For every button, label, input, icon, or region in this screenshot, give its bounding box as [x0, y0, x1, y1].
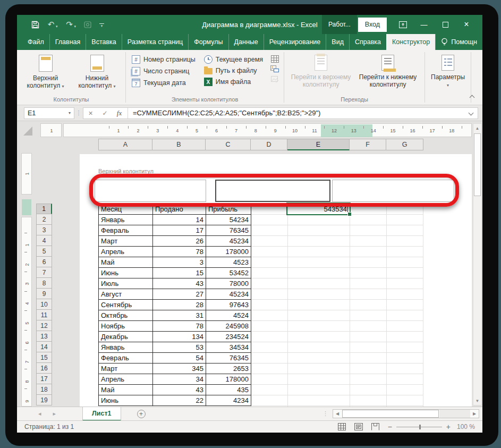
ribbon-display-options-button[interactable] — [392, 15, 413, 34]
vertical-scrollbar[interactable]: ▲ ▼ — [473, 123, 482, 405]
close-button[interactable]: × — [456, 15, 477, 34]
table-cell[interactable]: 4524 — [206, 310, 251, 321]
table-cell[interactable]: Апрель — [99, 374, 153, 385]
customize-qat-button[interactable]: ▾ — [99, 22, 104, 27]
save-icon[interactable] — [31, 20, 39, 29]
scroll-right-icon[interactable]: ▶ — [470, 410, 479, 418]
table-cell[interactable]: 234524 — [206, 332, 251, 342]
ribbon-tab-item[interactable]: Вставка — [86, 34, 121, 50]
table-cell[interactable]: Январь — [99, 215, 153, 225]
table-header-cell[interactable]: Прибыль — [206, 204, 251, 215]
table-cell[interactable]: 14 — [153, 215, 206, 225]
table-cell[interactable]: 245908 — [206, 321, 251, 332]
options-button[interactable]: Параметры▾ — [429, 53, 466, 89]
column-header-D[interactable]: D — [251, 139, 287, 150]
row-header-11[interactable]: 11 — [36, 310, 52, 320]
sign-in-button[interactable]: Вход — [358, 18, 387, 32]
table-cell[interactable]: 34 — [153, 374, 206, 385]
table-cell[interactable]: 53452 — [206, 268, 251, 278]
table-cell[interactable]: 34534 — [206, 342, 251, 353]
active-cell-E1[interactable]: 543534 — [286, 202, 351, 215]
table-cell[interactable]: Январь — [99, 342, 153, 353]
add-sheet-button[interactable]: + — [137, 410, 146, 418]
formula-input[interactable]: =СУММЕСЛИМН(C2:C25;A2:A25;"Сентябрь";B2:… — [129, 109, 467, 117]
ribbon-button-element[interactable]: Число страниц — [130, 66, 197, 76]
table-cell[interactable]: Июнь — [99, 395, 153, 406]
row-header-16[interactable]: 16 — [36, 363, 52, 374]
table-cell[interactable]: Июнь — [99, 268, 153, 278]
row-header-14[interactable]: 14 — [36, 342, 52, 352]
touch-mode-icon[interactable] — [83, 20, 92, 29]
table-cell[interactable]: 3 — [153, 257, 206, 268]
column-header-E[interactable]: E — [287, 139, 350, 150]
table-cell[interactable]: 435 — [206, 385, 251, 395]
ribbon-button-element[interactable]: Текущая дата — [130, 78, 197, 88]
table-cell[interactable]: 78 — [153, 321, 206, 332]
table-header-cell[interactable]: Продано — [153, 204, 206, 215]
table-cell[interactable]: Октябрь — [99, 310, 153, 321]
ribbon-tab-item[interactable]: Разметка страниц — [122, 34, 188, 50]
sheet-tab-active[interactable]: Лист1 — [82, 407, 121, 421]
row-header-18[interactable]: 18 — [36, 384, 52, 395]
table-cell[interactable]: 53 — [153, 342, 206, 353]
page-break-view-icon[interactable] — [371, 423, 379, 430]
ribbon-tab-item[interactable]: Рецензирование — [264, 34, 326, 50]
table-cell[interactable]: Февраль — [99, 225, 153, 236]
table-cell[interactable]: 134 — [153, 332, 206, 342]
table-cell[interactable]: 4523 — [206, 257, 251, 268]
row-header-3[interactable]: 3 — [36, 225, 52, 235]
table-cell[interactable]: 2653 — [206, 364, 251, 374]
expand-formula-bar-icon[interactable] — [467, 107, 478, 119]
vertical-scroll-thumb[interactable] — [474, 133, 481, 196]
enter-formula-icon[interactable]: ✓ — [98, 109, 112, 117]
table-cell[interactable]: Август — [99, 289, 153, 300]
table-cell[interactable]: Июль — [99, 278, 153, 289]
table-cell[interactable]: 28 — [153, 300, 206, 310]
table-cell[interactable]: Март — [99, 364, 153, 374]
table-cell[interactable]: 76345 — [206, 353, 251, 364]
ribbon-tab-item[interactable]: Файл — [22, 34, 49, 50]
ribbon-button-element[interactable]: Путь к файлу — [202, 66, 265, 75]
table-cell[interactable]: 4234 — [206, 395, 251, 406]
row-header-9[interactable]: 9 — [36, 289, 52, 299]
row-header-5[interactable]: 5 — [36, 246, 52, 257]
zoom-in-icon[interactable]: + — [446, 423, 451, 430]
table-cell[interactable]: 45234 — [206, 289, 251, 300]
row-header-15[interactable]: 15 — [36, 352, 52, 363]
ribbon-tab-item[interactable]: Вид — [326, 34, 349, 50]
row-header-2[interactable]: 2 — [36, 214, 52, 225]
table-cell[interactable]: 26 — [153, 236, 206, 247]
table-cell[interactable]: Декабрь — [99, 332, 153, 342]
table-cell[interactable]: 345 — [153, 364, 206, 374]
table-cell[interactable]: Февраль — [99, 353, 153, 364]
table-cell[interactable]: Май — [99, 257, 153, 268]
scroll-down-icon[interactable]: ▼ — [473, 396, 481, 405]
zoom-slider-thumb[interactable] — [419, 425, 421, 429]
footer-button[interactable]: Нижний колонтитул ▾ — [73, 53, 121, 90]
table-cell[interactable]: 97643 — [206, 300, 251, 310]
insert-function-icon[interactable]: fx — [112, 109, 126, 117]
table-cell[interactable]: 45234 — [206, 236, 251, 247]
undo-dropdown-icon[interactable]: ▾ — [56, 24, 58, 29]
column-header-F[interactable]: F — [350, 139, 386, 150]
name-box-dropdown-icon[interactable]: ▾ — [69, 111, 71, 115]
table-cell[interactable]: 178000 — [206, 247, 251, 257]
table-cell[interactable]: 78 — [153, 247, 206, 257]
row-header-4[interactable]: 4 — [36, 235, 52, 246]
ribbon-tab-item[interactable]: Справка — [349, 34, 386, 50]
go-to-footer-button[interactable]: Перейти к нижнему колонтитулу — [355, 53, 420, 89]
table-cell[interactable]: 43 — [153, 278, 206, 289]
header-button[interactable]: Верхний колонтитул ▾ — [21, 53, 70, 90]
redo-dropdown-icon[interactable]: ▾ — [74, 24, 77, 29]
help-tab[interactable]: Помощн — [435, 34, 482, 50]
row-header-13[interactable]: 13 — [36, 331, 52, 342]
table-cell[interactable]: 54234 — [206, 215, 251, 225]
table-cell[interactable]: 76345 — [206, 225, 251, 236]
column-header-B[interactable]: B — [152, 139, 206, 150]
sheet-nav-right-icon[interactable]: ▸ — [53, 410, 56, 417]
ribbon-tab-item[interactable]: Главная — [49, 34, 86, 50]
ribbon-tab-item[interactable]: Данные — [228, 34, 264, 50]
scroll-up-icon[interactable]: ▲ — [473, 124, 481, 132]
table-cell[interactable]: Апрель — [99, 247, 153, 257]
ribbon-tab-item[interactable]: Формулы — [188, 34, 228, 50]
